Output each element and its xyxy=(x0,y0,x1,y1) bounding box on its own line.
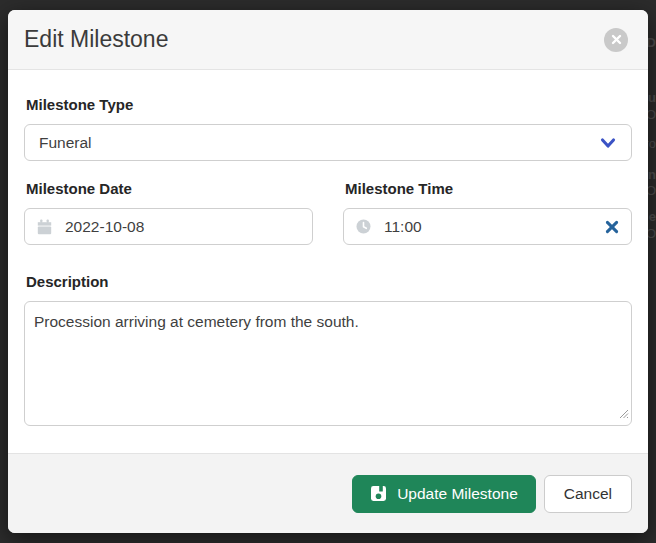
backdrop-text-fragment: u xyxy=(648,91,656,104)
milestone-type-value: Funeral xyxy=(39,134,92,152)
save-floppy-icon xyxy=(370,485,387,502)
dialog-footer: Update Milestone Cancel xyxy=(8,453,648,533)
close-button[interactable] xyxy=(604,28,628,52)
close-icon xyxy=(611,34,622,45)
cancel-label: Cancel xyxy=(564,485,612,503)
dialog-header: Edit Milestone xyxy=(8,10,648,70)
milestone-type-label: Milestone Type xyxy=(26,96,632,113)
cancel-button[interactable]: Cancel xyxy=(544,475,632,513)
description-label: Description xyxy=(26,273,632,290)
clear-time-button[interactable] xyxy=(605,220,619,234)
milestone-date-input[interactable] xyxy=(65,218,300,236)
backdrop-text-fragment: D xyxy=(647,36,656,49)
milestone-type-select[interactable]: Funeral xyxy=(24,124,632,161)
x-clear-icon xyxy=(605,220,619,234)
time-column: Milestone Time xyxy=(343,180,632,245)
backdrop-text-fragment: e xyxy=(649,210,656,223)
update-milestone-label: Update Milestone xyxy=(397,485,518,503)
milestone-time-label: Milestone Time xyxy=(345,180,632,197)
description-textarea[interactable]: Procession arriving at cemetery from the… xyxy=(24,301,632,426)
clock-icon xyxy=(356,219,371,234)
description-field: Procession arriving at cemetery from the… xyxy=(24,301,632,426)
edit-milestone-dialog: Edit Milestone Milestone Type Funeral Mi… xyxy=(8,10,648,533)
chevron-down-icon xyxy=(599,135,617,151)
date-column: Milestone Date xyxy=(24,180,313,245)
milestone-date-label: Milestone Date xyxy=(26,180,313,197)
date-time-row: Milestone Date Milestone Time xyxy=(24,180,632,245)
milestone-date-field[interactable] xyxy=(24,208,313,245)
update-milestone-button[interactable]: Update Milestone xyxy=(352,475,536,513)
dialog-body: Milestone Type Funeral Milestone Date xyxy=(8,70,648,453)
dialog-title: Edit Milestone xyxy=(24,26,168,53)
milestone-time-field[interactable] xyxy=(343,208,632,245)
calendar-icon xyxy=(37,219,52,235)
milestone-time-input[interactable] xyxy=(384,218,592,236)
backdrop-text-fragment: n xyxy=(648,168,656,181)
